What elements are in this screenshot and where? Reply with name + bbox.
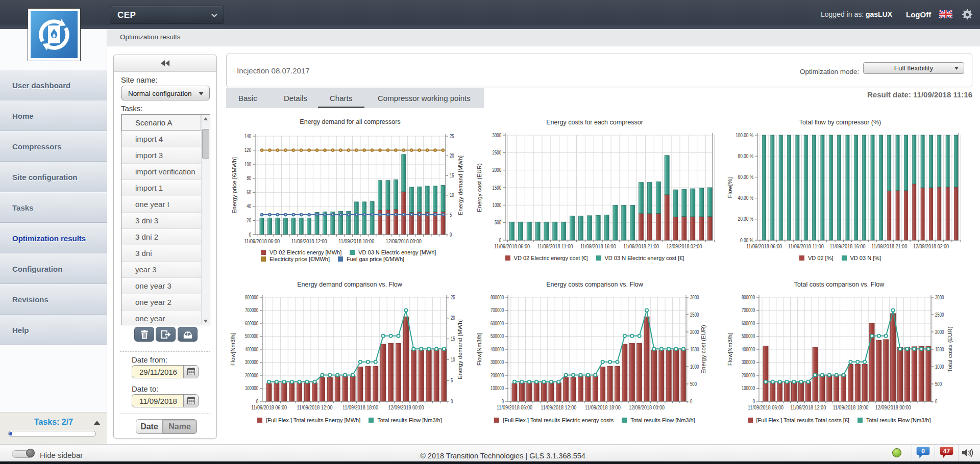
svg-text:12/09/2018 00:00: 12/09/2018 00:00 (388, 404, 424, 410)
svg-text:Flow[Nm3/h]: Flow[Nm3/h] (476, 333, 482, 366)
svg-text:11/09/2018 06:00: 11/09/2018 06:00 (244, 238, 280, 244)
svg-text:12/09/2018 02:00: 12/09/2018 02:00 (666, 243, 702, 249)
svg-text:100.00 %: 100.00 % (736, 132, 753, 138)
svg-text:3000: 3000 (493, 132, 502, 138)
svg-text:100000: 100000 (742, 385, 755, 391)
svg-text:700000: 700000 (245, 307, 258, 313)
svg-text:0.00 %: 0.00 % (740, 237, 753, 243)
svg-text:0: 0 (450, 231, 452, 238)
svg-text:800000: 800000 (742, 294, 755, 300)
svg-text:5: 5 (450, 212, 452, 218)
svg-text:700000: 700000 (491, 307, 504, 313)
svg-text:300000: 300000 (491, 359, 504, 365)
svg-text:11/09/2018 12:00: 11/09/2018 12:00 (790, 404, 826, 410)
svg-text:500000: 500000 (491, 333, 504, 339)
svg-text:1500: 1500 (935, 346, 944, 352)
svg-text:11/09/2018 16:00: 11/09/2018 16:00 (580, 243, 616, 249)
svg-text:1000: 1000 (935, 364, 944, 370)
svg-text:700000: 700000 (742, 307, 755, 313)
svg-text:1000: 1000 (493, 202, 502, 208)
svg-text:Flow[Nm3/h]: Flow[Nm3/h] (230, 333, 236, 366)
svg-text:11/09/2018 21:00: 11/09/2018 21:00 (871, 243, 907, 249)
svg-text:Energy cost (EUR): Energy cost (EUR) (476, 163, 482, 212)
svg-text:12/09/2018 00:00: 12/09/2018 00:00 (875, 404, 911, 410)
svg-text:300000: 300000 (742, 359, 755, 365)
svg-text:80.00 %: 80.00 % (738, 153, 753, 159)
svg-text:0: 0 (249, 231, 251, 238)
svg-text:20: 20 (451, 315, 455, 321)
svg-text:2000: 2000 (935, 329, 944, 335)
svg-text:300000: 300000 (245, 359, 258, 365)
svg-text:20: 20 (450, 152, 454, 159)
svg-text:11/09/2018 06:00: 11/09/2018 06:00 (746, 243, 782, 249)
svg-text:11/09/2018 18:00: 11/09/2018 18:00 (585, 404, 621, 410)
svg-text:47: 47 (943, 448, 950, 455)
svg-text:500000: 500000 (742, 333, 755, 339)
svg-text:100000: 100000 (491, 385, 504, 391)
svg-text:60.00 %: 60.00 % (738, 174, 753, 180)
svg-text:500: 500 (690, 381, 697, 387)
svg-text:3000: 3000 (690, 294, 699, 300)
svg-text:11/09/2018 12:00: 11/09/2018 12:00 (297, 404, 332, 410)
svg-text:800000: 800000 (491, 294, 504, 300)
svg-text:10: 10 (451, 356, 455, 363)
svg-text:2500: 2500 (493, 149, 502, 156)
svg-text:1500: 1500 (690, 346, 699, 352)
svg-text:10: 10 (450, 192, 454, 198)
svg-text:11/09/2018 18:00: 11/09/2018 18:00 (832, 404, 868, 410)
svg-text:600000: 600000 (245, 320, 258, 326)
svg-text:12/09/2018 00:00: 12/09/2018 00:00 (386, 238, 422, 244)
svg-text:40.00 %: 40.00 % (738, 195, 753, 201)
svg-text:500: 500 (495, 219, 501, 225)
svg-text:140: 140 (244, 133, 251, 139)
svg-text:60: 60 (247, 189, 251, 195)
svg-text:11/09/2018 12:00: 11/09/2018 12:00 (541, 404, 576, 410)
svg-text:3000: 3000 (935, 294, 944, 300)
svg-text:11/09/2018 21:00: 11/09/2018 21:00 (623, 243, 659, 249)
svg-text:120: 120 (244, 147, 251, 153)
svg-text:0: 0 (256, 398, 258, 404)
svg-text:500000: 500000 (245, 333, 258, 339)
svg-text:15: 15 (451, 336, 455, 342)
svg-text:100: 100 (244, 161, 251, 167)
svg-text:11/09/2018 06:00: 11/09/2018 06:00 (251, 404, 287, 410)
svg-text:1500: 1500 (493, 185, 502, 191)
svg-text:11/09/2018 16:00: 11/09/2018 16:00 (829, 243, 865, 249)
svg-text:Energy demand [MWh]: Energy demand [MWh] (457, 319, 463, 379)
svg-text:11/09/2018 06:00: 11/09/2018 06:00 (494, 243, 530, 249)
svg-text:800000: 800000 (245, 294, 258, 300)
svg-text:20: 20 (247, 217, 251, 223)
svg-text:500: 500 (935, 381, 942, 387)
svg-text:11/09/2018 18:00: 11/09/2018 18:00 (342, 404, 378, 410)
svg-text:11/09/2018 11:00: 11/09/2018 11:00 (788, 243, 824, 249)
svg-text:12/09/2018 00:00: 12/09/2018 00:00 (629, 404, 665, 410)
svg-text:2000: 2000 (493, 167, 502, 173)
svg-text:400000: 400000 (245, 346, 258, 352)
svg-text:11/09/2018 12:00: 11/09/2018 12:00 (291, 238, 327, 244)
svg-text:2500: 2500 (935, 312, 944, 318)
svg-text:2500: 2500 (690, 312, 699, 318)
svg-text:0: 0 (690, 398, 692, 404)
svg-text:Flow[%]: Flow[%] (727, 177, 733, 198)
svg-text:11/09/2018 06:00: 11/09/2018 06:00 (497, 404, 532, 410)
svg-text:Energy price [€/MWh]: Energy price [€/MWh] (231, 157, 237, 214)
svg-text:0: 0 (921, 448, 925, 455)
svg-text:Flow[Nm3/h]: Flow[Nm3/h] (727, 333, 733, 366)
svg-text:Total costs (EUR): Total costs (EUR) (947, 326, 953, 372)
svg-text:5: 5 (451, 377, 453, 383)
svg-text:1000: 1000 (690, 364, 699, 370)
svg-text:11/09/2018 18:00: 11/09/2018 18:00 (338, 238, 374, 244)
svg-text:0: 0 (753, 398, 755, 404)
svg-text:400000: 400000 (742, 346, 755, 352)
svg-text:2000: 2000 (690, 329, 699, 335)
svg-text:12/09/2018 02:00: 12/09/2018 02:00 (913, 243, 949, 249)
svg-text:Energy cost (EUR): Energy cost (EUR) (700, 325, 706, 374)
svg-text:200000: 200000 (245, 372, 258, 378)
svg-text:11/09/2018 11:00: 11/09/2018 11:00 (537, 243, 573, 249)
svg-text:11/09/2018 06:00: 11/09/2018 06:00 (748, 404, 783, 410)
svg-text:100000: 100000 (245, 385, 258, 391)
svg-text:15: 15 (450, 172, 454, 178)
svg-text:20.00 %: 20.00 % (738, 216, 753, 222)
svg-text:25: 25 (450, 133, 454, 139)
svg-text:0: 0 (502, 398, 504, 404)
